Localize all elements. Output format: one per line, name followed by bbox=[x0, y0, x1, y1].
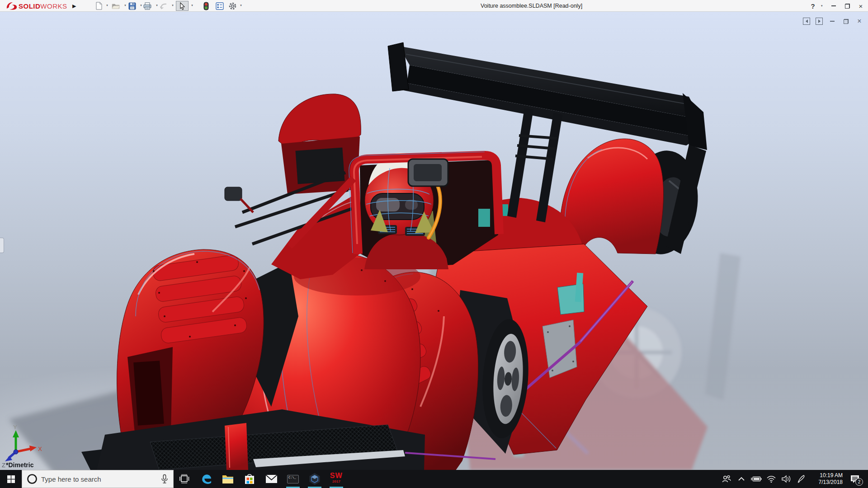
open-icon bbox=[112, 2, 120, 9]
help-caret-icon[interactable]: ▾ bbox=[821, 4, 826, 8]
file-explorer-icon bbox=[222, 474, 234, 484]
command-prompt-icon: C:\_ bbox=[287, 475, 299, 483]
graphics-viewport[interactable]: × Y X Z *Dimetric bbox=[0, 12, 868, 470]
y-axis-arrow bbox=[13, 430, 19, 437]
windows-taskbar: C:\_ SW 2017 bbox=[0, 470, 868, 488]
display-settings-button[interactable] bbox=[214, 1, 225, 11]
minimize-icon bbox=[831, 5, 836, 6]
taskbar-app-mail[interactable] bbox=[260, 470, 282, 488]
feature-panel-collapsed-tab[interactable] bbox=[0, 238, 4, 253]
center-mirror[interactable] bbox=[408, 159, 448, 186]
app-close-button[interactable]: × bbox=[855, 0, 866, 11]
action-center-button[interactable]: 2 bbox=[844, 470, 865, 488]
undo-icon bbox=[160, 2, 168, 9]
open-button[interactable] bbox=[110, 1, 121, 11]
undo-button[interactable] bbox=[158, 1, 169, 11]
collapse-pane-button[interactable] bbox=[803, 18, 810, 25]
volume-button[interactable] bbox=[778, 470, 793, 488]
solidworks-window: SOLIDWORKS ▶ ▾ ▾ bbox=[0, 0, 868, 488]
doc-minimize-button[interactable] bbox=[828, 17, 836, 25]
restore-icon bbox=[845, 4, 850, 9]
document-title: Voiture assomblee.SLDASM [Read-only] bbox=[481, 3, 582, 9]
hidden-icons-button[interactable] bbox=[734, 470, 749, 488]
clock-date: 7/13/2018 bbox=[808, 479, 843, 486]
start-button[interactable] bbox=[0, 470, 22, 488]
windows-ink-button[interactable] bbox=[793, 470, 808, 488]
display-settings-icon bbox=[216, 2, 224, 10]
taskbar-app-cad-viewer[interactable] bbox=[304, 470, 326, 488]
app-restore-button[interactable] bbox=[842, 0, 853, 11]
power-status-button[interactable] bbox=[749, 470, 764, 488]
search-input[interactable] bbox=[41, 475, 156, 483]
solidworks-app-icon: SW 2017 bbox=[329, 472, 344, 486]
battery-icon bbox=[751, 476, 762, 482]
z-axis-label: Z bbox=[2, 462, 5, 469]
taskbar-app-file-explorer[interactable] bbox=[217, 470, 239, 488]
store-icon bbox=[244, 473, 255, 485]
windows-logo-icon bbox=[7, 475, 15, 483]
cad-viewer-icon bbox=[308, 473, 321, 485]
doc-close-button[interactable]: × bbox=[855, 17, 863, 25]
clock-time: 10:19 AM bbox=[808, 472, 843, 479]
select-tool-button[interactable] bbox=[176, 1, 189, 11]
sw-year: 2017 bbox=[329, 480, 344, 483]
document-window-controls: × bbox=[803, 17, 863, 25]
print-button[interactable] bbox=[142, 1, 153, 11]
taskbar-app-edge[interactable] bbox=[195, 470, 217, 488]
wifi-icon bbox=[766, 475, 776, 483]
menu-flyout-arrow-icon[interactable]: ▶ bbox=[72, 2, 76, 9]
taskbar-app-task-view[interactable] bbox=[174, 470, 195, 488]
new-document-icon bbox=[95, 2, 103, 10]
taskbar-app-command-prompt[interactable]: C:\_ bbox=[282, 470, 304, 488]
mail-icon bbox=[265, 474, 278, 483]
pen-icon bbox=[797, 474, 806, 483]
undo-caret-icon[interactable]: ▾ bbox=[170, 4, 175, 7]
save-button[interactable] bbox=[127, 1, 137, 11]
viewport-3d-scene[interactable] bbox=[0, 12, 868, 470]
rebuild-traffic-light-icon bbox=[203, 2, 209, 10]
left-mirror[interactable] bbox=[225, 187, 242, 201]
people-button[interactable] bbox=[719, 470, 734, 488]
microphone-icon[interactable] bbox=[160, 474, 169, 484]
doc-restore-button[interactable] bbox=[842, 17, 850, 25]
app-window-controls: ? ▾ × bbox=[807, 0, 866, 12]
taskbar-clock[interactable]: 10:19 AM 7/13/2018 bbox=[808, 472, 844, 486]
triangle-right-icon bbox=[818, 19, 821, 23]
taskbar-app-store[interactable] bbox=[239, 470, 260, 488]
taskbar-app-solidworks[interactable]: SW 2017 bbox=[326, 470, 347, 488]
select-caret-icon[interactable]: ▾ bbox=[190, 4, 194, 7]
restore-icon bbox=[844, 19, 849, 24]
options-caret-icon[interactable]: ▾ bbox=[239, 4, 243, 7]
options-button[interactable] bbox=[227, 1, 238, 11]
solidworks-logo: SOLIDWORKS bbox=[5, 1, 67, 11]
expand-pane-button[interactable] bbox=[816, 18, 823, 25]
edge-icon bbox=[200, 473, 212, 485]
new-caret-icon[interactable]: ▾ bbox=[105, 4, 109, 7]
x-axis-arrow bbox=[29, 446, 37, 451]
titlebar: SOLIDWORKS ▶ ▾ ▾ bbox=[0, 0, 868, 12]
logo-text: SOLIDWORKS bbox=[19, 2, 67, 10]
app-minimize-button[interactable] bbox=[828, 0, 839, 11]
select-cursor-icon bbox=[179, 2, 186, 10]
print-icon bbox=[143, 2, 151, 10]
notification-badge: 2 bbox=[855, 478, 863, 486]
chevron-up-icon bbox=[738, 477, 745, 481]
help-button[interactable]: ? bbox=[807, 0, 818, 11]
new-document-button[interactable] bbox=[93, 1, 104, 11]
rebuild-button[interactable] bbox=[201, 1, 212, 11]
solidworks-logo-icon bbox=[5, 1, 17, 10]
gear-icon bbox=[228, 2, 237, 10]
cmd-label: C:\ bbox=[288, 476, 294, 479]
y-axis-label: Y bbox=[13, 424, 17, 431]
triangle-left-icon bbox=[806, 19, 808, 23]
cortana-icon[interactable] bbox=[27, 474, 38, 484]
network-button[interactable] bbox=[764, 470, 778, 488]
save-icon bbox=[128, 2, 136, 10]
sw-letters: SW bbox=[329, 472, 344, 480]
task-view-icon bbox=[179, 474, 190, 484]
minimize-icon bbox=[830, 21, 835, 22]
x-axis-label: X bbox=[38, 446, 42, 452]
system-tray: 10:19 AM 7/13/2018 2 bbox=[719, 470, 868, 488]
taskbar-search[interactable] bbox=[22, 470, 174, 488]
view-orientation-label: *Dimetric bbox=[6, 461, 33, 469]
